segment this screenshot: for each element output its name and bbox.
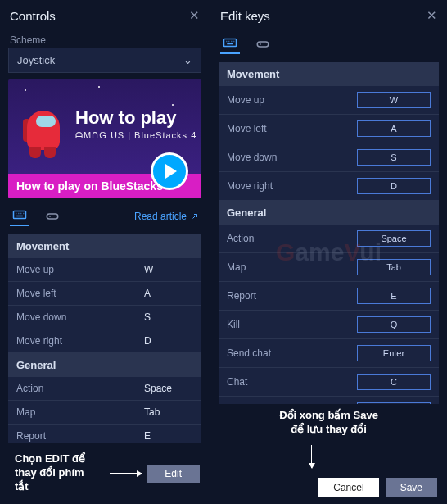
gamepad-tab-icon[interactable] [43,207,62,226]
scheme-label: Scheme [0,31,210,48]
panel-header: Controls ✕ [0,0,210,31]
svg-rect-1 [47,214,58,219]
binding-row: Move leftA [219,115,439,143]
keyboard-tab-icon[interactable] [10,207,29,226]
binding-value: W [144,264,193,275]
binding-value: S [144,311,193,323]
binding-row: MapTab [8,401,201,425]
cancel-button[interactable]: Cancel [318,478,378,497]
binding-row: Move rightD [219,172,439,201]
binding-row: Move downS [8,306,201,329]
key-input[interactable]: W [357,92,431,108]
controls-panel: Controls ✕ Scheme Joystick ⌄ How to play… [0,0,210,504]
arrow-down-icon [311,445,312,468]
svg-rect-2 [224,39,237,46]
section-header: Movement [8,234,201,258]
edit-button[interactable]: Edit [147,465,200,483]
binding-label: Move up [227,94,357,106]
binding-value: Space [144,383,193,394]
annotation-edit: Chọn EDIT để thay đổi phím tắt [10,447,105,499]
video-headline: How to play [75,107,196,129]
arrow-right-icon [110,473,142,474]
binding-row: ActionSpace [219,225,439,253]
tutorial-video[interactable]: How to play ᗩMᑎG ᑌS | BlueStacks 4 How t… [8,79,201,198]
binding-row: Move downS [219,143,439,172]
annotation-save: Đổi xong bấm Save để lưu thay đổi [210,404,447,442]
binding-label: Move left [16,288,144,299]
binding-row: KillQ [219,311,439,339]
key-input[interactable]: Tab [357,259,431,275]
binding-row: Move rightD [8,329,201,353]
key-input[interactable]: E [357,288,431,304]
svg-rect-3 [257,42,269,47]
binding-value: A [144,288,193,299]
key-input[interactable]: Q [357,316,431,333]
binding-label: Send chat [227,347,357,359]
binding-label: Action [227,233,357,244]
crewmate-icon [23,104,64,155]
section-header: Movement [219,62,439,86]
key-input[interactable]: A [357,120,431,137]
binding-row: ChatC [219,368,439,397]
svg-rect-0 [14,211,26,218]
binding-label: Chat [227,376,357,388]
chevron-down-icon: ⌄ [183,54,192,66]
key-input[interactable]: D [357,178,431,194]
key-input[interactable]: Enter [357,345,431,361]
binding-value: Tab [144,406,193,418]
panel-title: Edit keys [220,9,270,23]
binding-label: Move right [227,180,357,192]
scheme-select[interactable]: Joystick ⌄ [8,48,201,73]
panel-title: Controls [10,9,56,23]
video-subline: ᗩMᑎG ᑌS | BlueStacks 4 [75,130,196,141]
key-input[interactable]: Space [357,230,431,247]
binding-label: Report [16,430,144,442]
binding-row: ReportE [219,282,439,311]
binding-row: Move upW [219,86,439,115]
close-icon[interactable]: ✕ [189,8,200,23]
left-footer: Chọn EDIT để thay đổi phím tắt Edit [0,443,210,504]
binding-label: Move left [227,123,357,134]
binding-row: ReportE [8,425,201,443]
binding-label: Map [16,406,144,418]
tab-bar: Read article [0,198,210,234]
section-header: General [8,353,201,377]
right-bindings-list: MovementMove upWMove leftAMove downSMove… [210,62,447,404]
binding-label: Report [227,290,357,302]
binding-row: Move leftA [8,282,201,306]
section-header: General [219,201,439,225]
panel-header: Edit keys ✕ [210,0,447,31]
keyboard-tab-icon[interactable] [220,34,240,54]
gamepad-tab-icon[interactable] [253,34,273,54]
binding-value: D [144,335,193,347]
close-icon[interactable]: ✕ [427,8,437,23]
binding-label: Action [16,383,144,394]
video-thumbnail: How to play ᗩMᑎG ᑌS | BlueStacks 4 [8,79,201,174]
binding-row: Send chatEnter [219,339,439,368]
edit-keys-panel: Edit keys ✕ MovementMove upWMove leftAMo… [210,0,447,504]
binding-label: Kill [227,319,357,330]
left-bindings-list: MovementMove upWMove leftAMove downSMove… [0,234,210,443]
binding-row: TasksT [219,397,439,404]
binding-label: Move down [16,311,144,323]
binding-label: Move up [16,264,144,275]
binding-row: MapTab [219,253,439,282]
save-button[interactable]: Save [386,478,437,497]
scheme-value: Joystick [17,54,55,66]
read-article-link[interactable]: Read article [134,211,200,222]
button-bar: Cancel Save [210,471,447,504]
binding-label: Move down [227,152,357,163]
binding-row: ActionSpace [8,377,201,401]
binding-label: Map [227,261,357,273]
binding-row: Move upW [8,258,201,282]
key-input[interactable]: S [357,149,431,166]
binding-value: E [144,430,193,442]
binding-label: Move right [16,335,144,347]
tab-bar [210,31,447,62]
key-input[interactable]: C [357,374,431,390]
play-icon[interactable] [151,152,188,190]
